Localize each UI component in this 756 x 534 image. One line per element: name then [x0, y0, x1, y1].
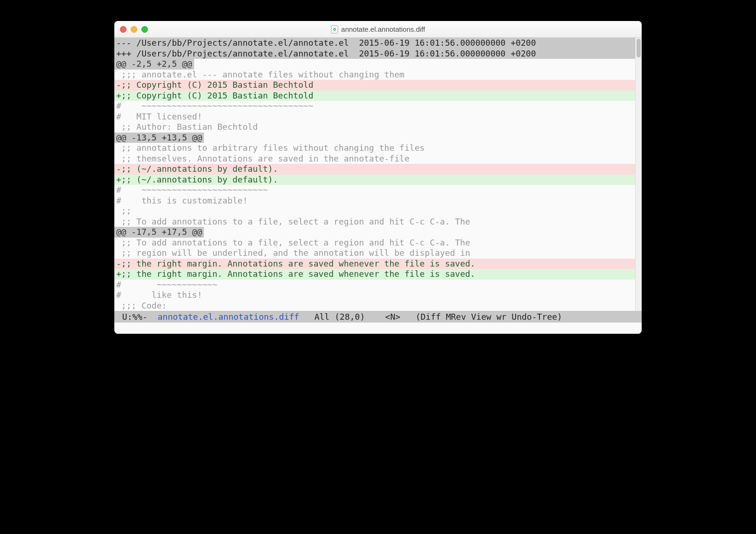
- mode-line-filename: annotate.el.annotations.diff: [158, 312, 299, 322]
- diff-header-added: +++ /Users/bb/Projects/annotate.el/annot…: [114, 49, 642, 59]
- diff-context-line: ;; Author: Bastian Bechtold: [114, 122, 642, 133]
- mode-line-info: All (28,0) <N> (Diff MRev View wr Undo-T…: [299, 312, 567, 322]
- editor-buffer[interactable]: --- /Users/bb/Projects/annotate.el/annot…: [114, 38, 642, 311]
- svg-point-6: [336, 29, 336, 30]
- diff-removed-line: -;; (~/.annotations by default).: [114, 164, 642, 175]
- minimize-button[interactable]: [131, 26, 137, 33]
- diff-hunk-header: @@ -13,5 +13,5 @@: [114, 133, 204, 143]
- annotation-line: # like this!: [114, 290, 642, 301]
- minibuffer[interactable]: [114, 323, 642, 334]
- window-title-text: annotate.el.annotations.diff: [341, 25, 425, 33]
- diff-removed-line: -;; Copyright (C) 2015 Bastian Bechtold: [114, 80, 642, 91]
- svg-point-3: [333, 28, 334, 29]
- diff-added-line: +;; the right margin. Annotations are sa…: [114, 269, 642, 280]
- zoom-button[interactable]: [141, 26, 148, 33]
- svg-point-1: [333, 28, 336, 30]
- file-icon: [331, 25, 338, 34]
- diff-context-line: ;;; annotate.el --- annotate files witho…: [114, 70, 642, 80]
- diff-hunk-header: @@ -17,5 +17,5 @@: [114, 227, 204, 238]
- annotation-line: # ~~~~~~~~~~~~~~~~~~~~~~~~~: [114, 185, 642, 196]
- annotation-line: # this is customizable!: [114, 196, 642, 206]
- diff-removed-line: -;; the right margin. Annotations are sa…: [114, 259, 642, 269]
- diff-context-line: ;; To add annotations to a file, select …: [114, 238, 642, 248]
- diff-context-line: ;; region will be underlined, and the an…: [114, 248, 642, 259]
- close-button[interactable]: [120, 26, 126, 33]
- diff-context-line: ;; To add annotations to a file, select …: [114, 217, 642, 227]
- diff-added-line: +;; Copyright (C) 2015 Bastian Bechtold: [114, 91, 642, 101]
- diff-context-line: ;;: [114, 206, 642, 217]
- scrollbar-thumb[interactable]: [637, 39, 641, 57]
- mode-line: U:%%- annotate.el.annotations.diff All (…: [114, 311, 642, 323]
- annotation-line: # ~~~~~~~~~~~~: [114, 280, 642, 290]
- titlebar[interactable]: annotate.el.annotations.diff: [114, 21, 642, 38]
- diff-context-line: ;; annotations to arbitrary files withou…: [114, 143, 642, 154]
- diff-header-removed: --- /Users/bb/Projects/annotate.el/annot…: [114, 38, 642, 49]
- svg-point-5: [333, 29, 334, 30]
- svg-point-2: [334, 28, 335, 29]
- svg-rect-0: [331, 26, 338, 33]
- annotation-line: # MIT licensed!: [114, 112, 642, 122]
- diff-hunk-header: @@ -2,5 +2,5 @@: [114, 59, 194, 70]
- window: annotate.el.annotations.diff --- /Users/…: [114, 21, 642, 334]
- window-title: annotate.el.annotations.diff: [114, 25, 642, 34]
- annotation-line: # ~~~~~~~~~~~~~~~~~~~~~~~~~~~~~~~~~~: [114, 101, 642, 112]
- scrollbar[interactable]: [635, 38, 642, 311]
- diff-context-line: ;; themselves. Annotations are saved in …: [114, 154, 642, 164]
- traffic-lights: [120, 26, 148, 33]
- svg-point-4: [336, 28, 336, 29]
- mode-line-prefix: U:%%-: [117, 312, 158, 322]
- diff-added-line: +;; (~/.annotations by default).: [114, 175, 642, 185]
- diff-context-line: ;;; Code:: [114, 301, 642, 311]
